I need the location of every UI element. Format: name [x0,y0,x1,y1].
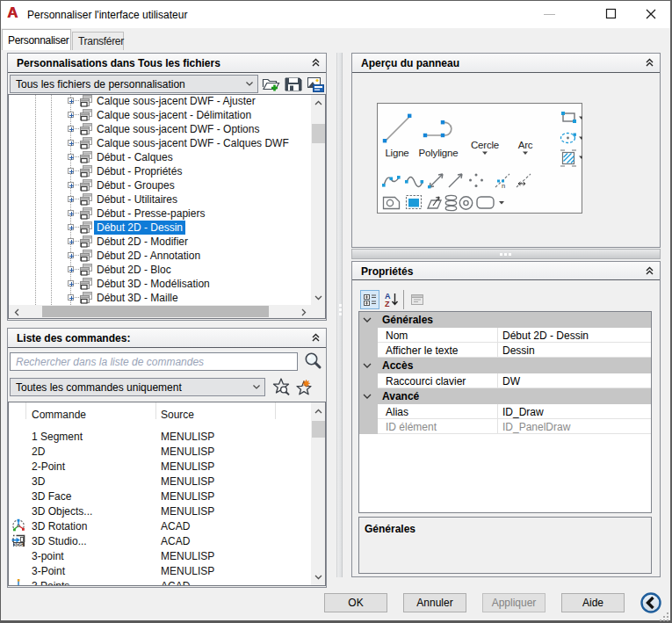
svg-text:3DS: 3DS [14,542,24,547]
svg-text:Cercle: Cercle [471,140,499,150]
svg-text:Z: Z [385,300,390,308]
svg-text:n: n [502,182,505,190]
svg-text:Polyligne: Polyligne [419,148,459,158]
svg-text:Arc: Arc [518,140,533,150]
svg-text:Ligne: Ligne [385,148,408,158]
